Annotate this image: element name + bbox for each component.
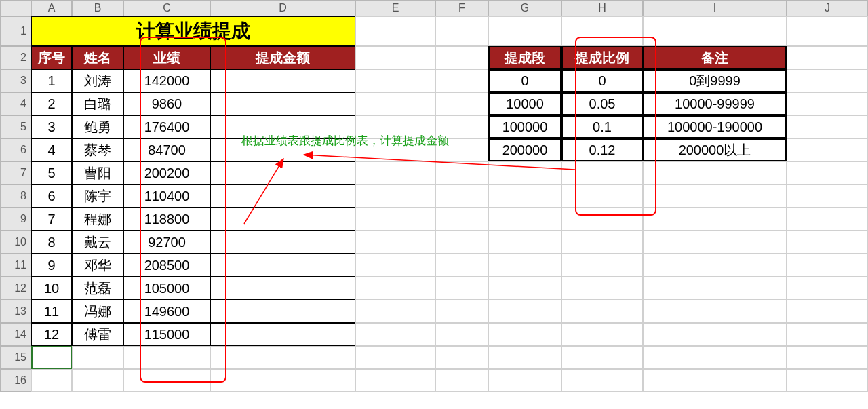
cell-E16[interactable]: [355, 369, 435, 392]
cell-I12[interactable]: [643, 277, 787, 300]
cell-E6[interactable]: [355, 138, 435, 161]
cell-J11[interactable]: [787, 254, 868, 277]
cell-E4[interactable]: [355, 92, 435, 115]
main-perf-7[interactable]: 200200: [123, 161, 210, 184]
rate-tier-6[interactable]: 200000: [488, 138, 561, 161]
cell-F1[interactable]: [435, 16, 488, 46]
cell-F6[interactable]: [435, 138, 488, 161]
cell-F4[interactable]: [435, 92, 488, 115]
main-seq-14[interactable]: 12: [31, 323, 72, 346]
cell-I11[interactable]: [643, 254, 787, 277]
rate-tier-4[interactable]: 10000: [488, 92, 561, 115]
row-header-1[interactable]: 1: [0, 16, 31, 46]
row-header-6[interactable]: 6: [0, 138, 31, 161]
main-name-6[interactable]: 蔡琴: [72, 138, 123, 161]
cell-J15[interactable]: [787, 346, 868, 369]
main-perf-12[interactable]: 105000: [123, 277, 210, 300]
cell-F9[interactable]: [435, 208, 488, 231]
cell-F15[interactable]: [435, 346, 488, 369]
rate-ratio-6[interactable]: 0.12: [561, 138, 643, 161]
cell-J6[interactable]: [787, 138, 868, 161]
cell-E1[interactable]: [355, 16, 435, 46]
select-all-corner[interactable]: [0, 0, 31, 16]
main-comm-13[interactable]: [210, 300, 355, 323]
main-seq-12[interactable]: 10: [31, 277, 72, 300]
rate-ratio-3[interactable]: 0: [561, 69, 643, 92]
main-comm-6[interactable]: [210, 138, 355, 161]
cell-F7[interactable]: [435, 161, 488, 184]
cell-J8[interactable]: [787, 184, 868, 208]
cell-I14[interactable]: [643, 323, 787, 346]
cell-H9[interactable]: [561, 208, 643, 231]
cell-E7[interactable]: [355, 161, 435, 184]
main-seq-6[interactable]: 4: [31, 138, 72, 161]
main-perf-5[interactable]: 176400: [123, 115, 210, 138]
cell-J12[interactable]: [787, 277, 868, 300]
main-name-11[interactable]: 邓华: [72, 254, 123, 277]
cell-C15[interactable]: [123, 346, 210, 369]
rate-header-ratio[interactable]: 提成比例: [561, 46, 643, 69]
main-name-12[interactable]: 范磊: [72, 277, 123, 300]
cell-E11[interactable]: [355, 254, 435, 277]
main-seq-10[interactable]: 8: [31, 231, 72, 254]
row-header-9[interactable]: 9: [0, 208, 31, 231]
rate-ratio-5[interactable]: 0.1: [561, 115, 643, 138]
rate-note-4[interactable]: 10000-99999: [643, 92, 787, 115]
main-comm-8[interactable]: [210, 184, 355, 208]
cell-I10[interactable]: [643, 231, 787, 254]
row-header-15[interactable]: 15: [0, 346, 31, 369]
main-seq-13[interactable]: 11: [31, 300, 72, 323]
row-header-16[interactable]: 16: [0, 369, 31, 392]
cell-G15[interactable]: [488, 346, 561, 369]
row-header-2[interactable]: 2: [0, 46, 31, 69]
main-name-14[interactable]: 傅雷: [72, 323, 123, 346]
column-header-I[interactable]: I: [643, 0, 787, 16]
main-comm-3[interactable]: [210, 69, 355, 92]
cell-E8[interactable]: [355, 184, 435, 208]
row-header-4[interactable]: 4: [0, 92, 31, 115]
cell-F12[interactable]: [435, 277, 488, 300]
main-perf-9[interactable]: 118800: [123, 208, 210, 231]
column-header-B[interactable]: B: [72, 0, 123, 16]
cell-J3[interactable]: [787, 69, 868, 92]
main-perf-10[interactable]: 92700: [123, 231, 210, 254]
rate-note-3[interactable]: 0到9999: [643, 69, 787, 92]
cell-G8[interactable]: [488, 184, 561, 208]
cell-H13[interactable]: [561, 300, 643, 323]
cell-E5[interactable]: [355, 115, 435, 138]
cell-I9[interactable]: [643, 208, 787, 231]
main-name-4[interactable]: 白璐: [72, 92, 123, 115]
cell-E14[interactable]: [355, 323, 435, 346]
column-header-F[interactable]: F: [435, 0, 488, 16]
main-comm-10[interactable]: [210, 231, 355, 254]
cell-A16[interactable]: [31, 369, 72, 392]
main-comm-11[interactable]: [210, 254, 355, 277]
main-perf-8[interactable]: 110400: [123, 184, 210, 208]
main-perf-14[interactable]: 115000: [123, 323, 210, 346]
main-seq-5[interactable]: 3: [31, 115, 72, 138]
cell-E9[interactable]: [355, 208, 435, 231]
cell-I15[interactable]: [643, 346, 787, 369]
cell-B15[interactable]: [72, 346, 123, 369]
rate-header-tier[interactable]: 提成段: [488, 46, 561, 69]
main-comm-14[interactable]: [210, 323, 355, 346]
cell-A15[interactable]: [31, 346, 72, 369]
cell-D15[interactable]: [210, 346, 355, 369]
cell-E15[interactable]: [355, 346, 435, 369]
cell-G1[interactable]: [488, 16, 561, 46]
cell-H7[interactable]: [561, 161, 643, 184]
main-perf-11[interactable]: 208500: [123, 254, 210, 277]
rate-tier-3[interactable]: 0: [488, 69, 561, 92]
main-seq-11[interactable]: 9: [31, 254, 72, 277]
cell-J7[interactable]: [787, 161, 868, 184]
main-perf-13[interactable]: 149600: [123, 300, 210, 323]
cell-H10[interactable]: [561, 231, 643, 254]
cell-F11[interactable]: [435, 254, 488, 277]
cell-C16[interactable]: [123, 369, 210, 392]
main-perf-4[interactable]: 9860: [123, 92, 210, 115]
cell-F2[interactable]: [435, 46, 488, 69]
main-seq-8[interactable]: 6: [31, 184, 72, 208]
main-comm-9[interactable]: [210, 208, 355, 231]
cell-J4[interactable]: [787, 92, 868, 115]
main-name-9[interactable]: 程娜: [72, 208, 123, 231]
